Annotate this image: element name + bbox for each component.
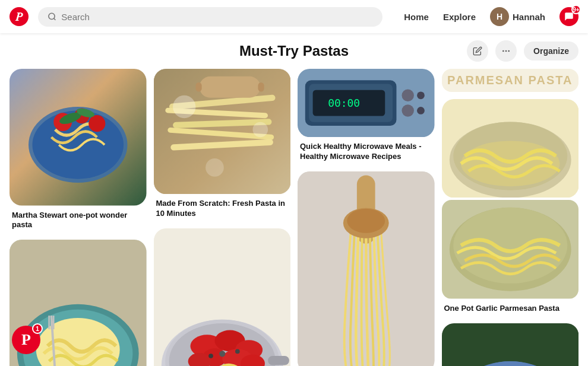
pinterest-logo[interactable]: 𝑃 <box>10 7 29 26</box>
nav-explore[interactable]: Explore <box>443 12 476 22</box>
column-2: Made From Scratch: Fresh Pasta in 10 Min… <box>154 69 291 366</box>
pin-cacio[interactable] <box>442 99 579 198</box>
svg-point-39 <box>173 96 195 118</box>
fresh-pasta-image <box>154 69 291 194</box>
svg-point-2 <box>502 50 504 52</box>
header: 𝑃 Home Explore H Hannah 9+ <box>0 0 588 33</box>
board-header: Must-Try Pastas Organize <box>10 43 578 59</box>
notification-badge: 9+ <box>571 5 581 14</box>
pin-parmesan-text[interactable]: PARMESAN PASTA <box>442 69 579 92</box>
svg-point-4 <box>508 50 510 52</box>
svg-point-0 <box>49 13 55 19</box>
main-content: Must-Try Pastas Organize <box>0 33 588 366</box>
pin-martha[interactable]: Martha Stewart one-pot wonder pasta <box>10 69 147 233</box>
svg-point-87 <box>461 141 559 186</box>
svg-point-41 <box>206 158 224 177</box>
organize-button[interactable]: Organize <box>524 42 578 61</box>
svg-text:00:00: 00:00 <box>328 97 360 109</box>
farfalle-image <box>154 228 291 366</box>
search-bar[interactable] <box>38 7 382 27</box>
bottom-pinterest-logo[interactable]: P 1 <box>12 326 40 354</box>
pin-microwave[interactable]: 00:00 Quick Healthy Microwave Meals - He… <box>298 69 435 164</box>
pin-fresh-pasta[interactable]: Made From Scratch: Fresh Pasta in 10 Min… <box>154 69 291 221</box>
dots-icon <box>501 46 511 56</box>
user-menu[interactable]: H Hannah <box>490 7 545 26</box>
svg-rect-38 <box>258 82 264 91</box>
nav-home[interactable]: Home <box>404 12 429 22</box>
parmesan-bot-image <box>442 200 579 298</box>
pins-grid: Martha Stewart one-pot wonder pasta <box>10 69 578 366</box>
column-4: PARMESAN PASTA <box>442 69 579 366</box>
pencil-icon <box>473 46 482 56</box>
board-actions: Organize <box>467 40 578 62</box>
notification-button[interactable]: 9+ <box>559 7 578 26</box>
svg-point-57 <box>219 351 225 357</box>
svg-point-66 <box>402 90 413 101</box>
svg-point-40 <box>252 122 268 138</box>
pin-parmesan-bot[interactable]: One Pot Garlic Parmesan Pasta <box>442 200 579 316</box>
edit-button[interactable] <box>467 40 488 62</box>
board-title: Must-Try Pastas <box>239 43 349 59</box>
pin-spaghetti[interactable]: This Pasta Cooking Hack Will Blow Your M… <box>298 171 435 366</box>
svg-point-58 <box>235 349 240 354</box>
spaghetti-image <box>298 171 435 366</box>
nav-links: Home Explore H Hannah 9+ <box>404 7 578 26</box>
column-1: Martha Stewart one-pot wonder pasta <box>10 69 147 366</box>
martha-label: Martha Stewart one-pot wonder pasta <box>10 206 147 233</box>
svg-point-74 <box>347 209 385 233</box>
svg-point-90 <box>453 208 567 284</box>
search-input[interactable] <box>61 12 373 22</box>
one-pot-parmesan-label: One Pot Garlic Parmesan Pasta <box>442 299 579 316</box>
svg-rect-60 <box>268 356 289 365</box>
column-3: 00:00 Quick Healthy Microwave Meals - He… <box>298 69 435 366</box>
svg-point-69 <box>417 107 425 114</box>
martha-image <box>10 69 147 206</box>
gnocchi-image <box>442 323 579 366</box>
pin-farfalle[interactable] <box>154 228 291 366</box>
microwave-image: 00:00 <box>298 69 435 137</box>
svg-line-1 <box>54 18 56 20</box>
svg-point-67 <box>402 104 413 116</box>
svg-point-10 <box>88 115 105 132</box>
bottom-notification-badge: 1 <box>32 323 43 334</box>
avatar[interactable]: H <box>490 7 509 26</box>
svg-rect-37 <box>195 82 201 91</box>
pin-gnocchi[interactable] <box>442 323 579 366</box>
svg-rect-91 <box>442 323 578 366</box>
more-options-button[interactable] <box>495 40 517 62</box>
fresh-pasta-label: Made From Scratch: Fresh Pasta in 10 Min… <box>154 194 291 221</box>
svg-rect-36 <box>199 77 260 98</box>
svg-point-3 <box>505 50 507 52</box>
cacio-image <box>442 99 579 198</box>
svg-point-68 <box>417 91 425 99</box>
parmesan-text: PARMESAN PASTA <box>442 69 579 92</box>
search-icon <box>48 12 56 21</box>
user-name: Hannah <box>513 12 545 22</box>
microwave-label: Quick Healthy Microwave Meals - Healthy … <box>298 137 435 164</box>
svg-point-59 <box>208 354 213 358</box>
